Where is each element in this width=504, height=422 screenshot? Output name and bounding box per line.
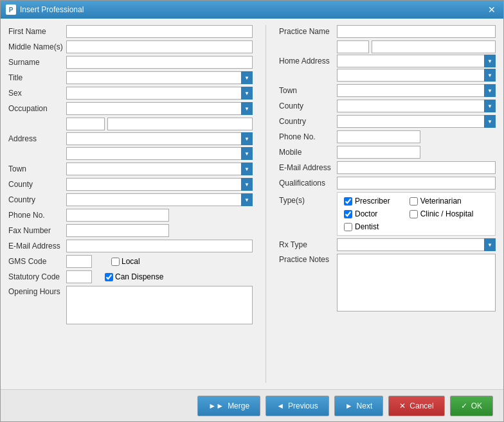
practice-name-label: Practice Name [279, 27, 337, 36]
address-select1[interactable] [66, 132, 253, 145]
right-phone-input[interactable] [337, 130, 420, 143]
column-divider [266, 25, 266, 383]
right-country-select-wrapper [337, 115, 496, 128]
merge-label: Merge [228, 401, 249, 410]
close-button[interactable]: ✕ [485, 4, 498, 15]
doctor-checkbox[interactable] [344, 210, 352, 218]
address-select2[interactable] [66, 147, 253, 160]
can-dispense-checkbox[interactable] [105, 273, 113, 281]
rx-type-label: Rx Type [279, 240, 337, 249]
doctor-item: Doctor [344, 209, 390, 218]
local-checkbox[interactable] [111, 258, 120, 266]
right-phone-label: Phone No. [279, 132, 337, 141]
left-county-label: County [8, 180, 66, 189]
ok-icon: ✓ [461, 401, 467, 410]
address-input2[interactable] [107, 118, 253, 130]
surname-input[interactable] [66, 56, 253, 69]
left-town-label: Town [8, 164, 66, 173]
left-email-label: E-Mail Address [8, 242, 66, 251]
left-county-select-wrapper [66, 178, 253, 191]
address-input1[interactable] [66, 118, 105, 130]
types-row: Type(s) Prescriber Doctor [279, 192, 496, 236]
left-county-row: County [8, 178, 253, 191]
gms-code-label: GMS Code [8, 257, 66, 266]
left-phone-input[interactable] [66, 209, 169, 222]
left-email-row: E-Mail Address [8, 240, 253, 252]
right-county-label: County [279, 101, 337, 110]
rx-type-select-wrapper [337, 238, 496, 251]
qualifications-input[interactable] [337, 177, 496, 189]
clinic-hospital-label: Clinic / Hospital [420, 209, 474, 218]
left-phone-row: Phone No. [8, 209, 253, 222]
previous-button[interactable]: ◄ Previous [266, 396, 329, 416]
left-country-select-wrapper [66, 193, 253, 206]
previous-label: Previous [288, 401, 318, 410]
right-town-select[interactable] [337, 84, 496, 97]
practice-notes-row: Practice Notes [279, 254, 496, 312]
address-row: Address [8, 118, 253, 160]
ok-button[interactable]: ✓ OK [450, 396, 493, 416]
left-email-input[interactable] [66, 240, 253, 252]
gms-code-input[interactable] [66, 255, 92, 268]
practice-notes-textarea[interactable] [337, 254, 496, 312]
home-addr-select1[interactable] [337, 55, 496, 67]
first-name-input[interactable] [66, 25, 253, 38]
practice-name-input[interactable] [337, 25, 496, 38]
dentist-label: Dentist [355, 222, 379, 231]
right-town-row: Town [279, 84, 496, 97]
clinic-hospital-checkbox[interactable] [410, 210, 418, 218]
right-email-input[interactable] [337, 161, 496, 174]
opening-hours-textarea[interactable] [66, 286, 253, 324]
address-select1-wrapper [66, 132, 253, 145]
left-town-select[interactable] [66, 163, 253, 175]
types-label: Type(s) [279, 196, 337, 205]
home-addr-select2[interactable] [337, 69, 496, 82]
sex-label: Sex [8, 89, 66, 98]
sex-select-wrapper [66, 87, 253, 100]
next-label: Next [357, 401, 373, 410]
left-column: First Name Middle Name(s) Surname Title [8, 25, 253, 383]
fax-input[interactable] [66, 224, 169, 237]
ok-label: OK [471, 401, 482, 410]
types-left-col: Prescriber Doctor Dentist [344, 197, 390, 231]
right-country-row: Country [279, 115, 496, 128]
left-county-select[interactable] [66, 178, 253, 191]
left-country-select[interactable] [66, 193, 253, 206]
right-country-select[interactable] [337, 115, 496, 128]
next-icon: ► [345, 401, 353, 410]
left-phone-label: Phone No. [8, 211, 66, 220]
form-area: First Name Middle Name(s) Surname Title [8, 25, 496, 383]
window-title: Insert Professional [20, 5, 84, 14]
cancel-button[interactable]: ✕ Cancel [388, 396, 444, 416]
opening-hours-row: Opening Hours [8, 286, 253, 324]
right-county-select[interactable] [337, 100, 496, 112]
middle-names-input[interactable] [66, 40, 253, 53]
home-address-input2[interactable] [372, 40, 496, 53]
prescriber-checkbox[interactable] [344, 197, 352, 206]
left-town-row: Town [8, 163, 253, 175]
rx-type-select[interactable] [337, 238, 496, 251]
prescriber-label: Prescriber [355, 197, 390, 206]
occupation-select-wrapper [66, 102, 253, 115]
next-button[interactable]: ► Next [334, 396, 384, 416]
middle-names-label: Middle Name(s) [8, 42, 66, 51]
merge-button[interactable]: ►► Merge [197, 396, 260, 416]
footer: ►► Merge ◄ Previous ► Next ✕ Cancel ✓ OK [1, 389, 503, 421]
left-town-select-wrapper [66, 163, 253, 175]
clinic-hospital-item: Clinic / Hospital [410, 209, 474, 218]
home-address-input1[interactable] [337, 40, 369, 53]
right-phone-row: Phone No. [279, 130, 496, 143]
veterinarian-checkbox[interactable] [410, 197, 418, 206]
dentist-checkbox[interactable] [344, 223, 352, 231]
title-select[interactable] [66, 71, 253, 84]
first-name-row: First Name [8, 25, 253, 38]
sex-select[interactable] [66, 87, 253, 100]
previous-icon: ◄ [276, 401, 284, 410]
left-country-row: Country [8, 193, 253, 206]
mobile-input[interactable] [337, 146, 420, 159]
occupation-select[interactable] [66, 102, 253, 115]
statutory-code-input[interactable] [66, 270, 92, 283]
middle-names-row: Middle Name(s) [8, 40, 253, 53]
right-email-row: E-Mail Address [279, 161, 496, 174]
cancel-icon: ✕ [399, 401, 406, 410]
